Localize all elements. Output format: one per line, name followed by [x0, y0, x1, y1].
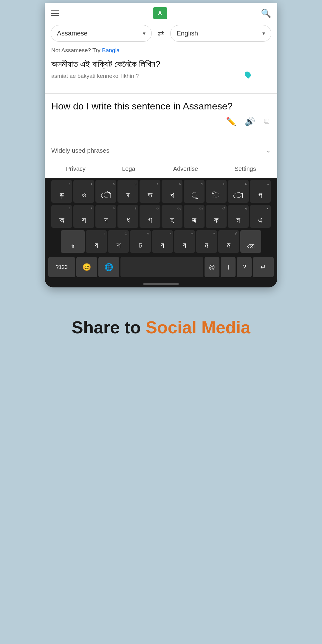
key-dra[interactable]: ১ড় — [51, 180, 72, 203]
shift-key[interactable]: ⇧ — [61, 230, 85, 253]
key-rra[interactable]: ৰ্ৰ — [152, 230, 173, 253]
nav-pill-area — [46, 281, 276, 287]
key-oo[interactable]: ৯ো — [228, 180, 249, 203]
footer-links: Privacy Legal Advertise Settings — [45, 160, 277, 178]
source-language-button[interactable]: Assamese ▾ — [51, 25, 152, 42]
phrases-chevron-icon: ⌄ — [265, 147, 271, 154]
at-key[interactable]: @ — [205, 257, 219, 277]
suggestion-link[interactable]: Bangla — [102, 47, 120, 53]
key-i-vowel[interactable]: ৮ি — [206, 180, 227, 203]
key-dha[interactable]: ঊধ — [117, 205, 138, 228]
copy-icon[interactable]: ⧉ — [264, 117, 270, 126]
key-da[interactable]: উদ — [95, 205, 116, 228]
key-e[interactable]: ◄এ — [250, 205, 271, 228]
enter-key[interactable]: ↵ — [253, 257, 274, 277]
key-ya[interactable]: য়য — [86, 230, 107, 253]
source-text-area[interactable]: অসমীযাত এই বাক্যিট কেনৈকৈ লিখিম? asmiat … — [45, 55, 277, 94]
target-language-label: English — [177, 30, 198, 37]
app-logo: A — [153, 7, 167, 19]
target-language-button[interactable]: English ▾ — [170, 25, 271, 42]
key-cha[interactable]: জ্ঞচ — [130, 230, 151, 253]
keyboard-row-2: ইঅ ঈস উদ ঊধ ৃগ ংহ ঃজ ঁক ঋল ◄এ — [46, 205, 276, 228]
source-language-label: Assamese — [57, 30, 88, 37]
romanized-text: asmiat ae bakyati kennekoi likhim? — [51, 73, 271, 79]
nav-pill — [143, 283, 179, 285]
share-section: Share to Social Media — [0, 287, 322, 355]
key-ra[interactable]: ৪ৰ — [117, 180, 138, 203]
advertise-link[interactable]: Advertise — [173, 165, 198, 172]
keyboard: ১ড় ২ও ৩ৌ ৪ৰ ৫ত ৬খ ৭ু ৮ি ৯ো ০প ইঅ ঈস উদ … — [45, 178, 277, 287]
share-title: Share to Social Media — [6, 317, 316, 337]
language-selector: Assamese ▾ ⇄ English ▾ — [45, 22, 277, 45]
key-ka[interactable]: ঁক — [206, 205, 227, 228]
translated-text: How do I write this sentence in Assamese… — [51, 100, 271, 113]
audio-icon[interactable]: 🔊 — [245, 117, 255, 126]
settings-link[interactable]: Settings — [234, 165, 256, 172]
privacy-link[interactable]: Privacy — [66, 165, 86, 172]
search-icon[interactable]: 🔍 — [261, 8, 271, 18]
key-ba[interactable]: ধ্বব — [174, 230, 195, 253]
key-sha[interactable]: ুশ — [108, 230, 129, 253]
key-ha[interactable]: ংহ — [162, 205, 182, 228]
key-la[interactable]: ঋল — [228, 205, 249, 228]
key-sa[interactable]: ঈস — [73, 205, 94, 228]
key-ou[interactable]: ৩ৌ — [95, 180, 116, 203]
key-ja[interactable]: ঃজ — [184, 205, 205, 228]
symbols-key[interactable]: ?123 — [48, 257, 75, 277]
keyboard-row-1: ১ড় ২ও ৩ৌ ৪ৰ ৫ত ৬খ ৭ু ৮ি ৯ো ০প — [46, 180, 276, 203]
translation-area: How do I write this sentence in Assamese… — [45, 94, 277, 141]
key-pa[interactable]: ০প — [250, 180, 271, 203]
key-u-vowel[interactable]: ৭ু — [184, 180, 205, 203]
globe-key[interactable]: 🌐 — [98, 257, 119, 277]
source-text: অসমীযাত এই বাক্যিট কেনৈকৈ লিখিম? — [51, 58, 271, 70]
backspace-key[interactable]: ⌫ — [240, 230, 261, 253]
phrases-label: Widely used phrases — [51, 147, 109, 154]
keyboard-row-3: ⇧ য়য ুশ জ্ঞচ ৰ্ৰ ধ্বব জ্ন ড°ম ⌫ — [46, 230, 276, 253]
period-key[interactable]: । — [221, 257, 236, 277]
key-na[interactable]: জ্ন — [196, 230, 217, 253]
legal-link[interactable]: Legal — [122, 165, 137, 172]
key-ta[interactable]: ৫ত — [140, 180, 160, 203]
keyboard-bottom-row: ?123 😊 🌐 @ । ? ↵ — [46, 255, 276, 281]
logo-icon: A — [153, 7, 167, 19]
question-key[interactable]: ? — [237, 257, 252, 277]
spacebar-key[interactable] — [120, 257, 203, 277]
key-ga[interactable]: ৃগ — [140, 205, 160, 228]
key-kha[interactable]: ৬খ — [162, 180, 182, 203]
key-o[interactable]: ২ও — [73, 180, 94, 203]
menu-button[interactable] — [51, 10, 59, 16]
edit-icon[interactable]: ✏️ — [226, 117, 236, 126]
source-lang-chevron: ▾ — [143, 30, 145, 37]
target-lang-chevron: ▾ — [262, 30, 265, 37]
emoji-key[interactable]: 😊 — [76, 257, 97, 277]
language-suggestion: Not Assamese? Try Bangla — [45, 45, 277, 55]
swap-languages-button[interactable]: ⇄ — [155, 27, 167, 41]
key-ma[interactable]: ড°ম — [218, 230, 239, 253]
phrases-row[interactable]: Widely used phrases ⌄ — [45, 141, 277, 160]
key-a[interactable]: ইঅ — [51, 205, 72, 228]
